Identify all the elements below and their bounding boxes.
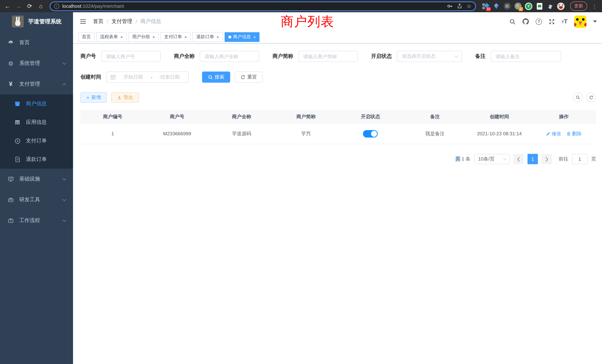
app-header: 首页 / 支付管理 / 商户信息 商户列表 ? (73, 12, 602, 31)
extension-recorder-icon[interactable]: 1 (514, 2, 522, 10)
update-button[interactable]: 更新 (570, 1, 587, 11)
delete-link[interactable]: 删除 (566, 130, 582, 137)
sidebar-item-devtools[interactable]: 研发工具 (0, 189, 73, 210)
edit-link[interactable]: 修改 (546, 130, 561, 137)
share-icon[interactable] (457, 3, 462, 9)
back-icon[interactable]: ← (3, 2, 12, 11)
page-size-select[interactable]: 10条/页 (474, 154, 510, 164)
font-size-icon[interactable]: TT (562, 18, 568, 25)
goto-page-input[interactable] (572, 154, 588, 164)
status-label: 开启状态 (371, 53, 392, 60)
add-button[interactable]: + 新增 (80, 92, 107, 103)
sidebar-item-merchant-info[interactable]: 商户信息 (0, 95, 73, 113)
key-icon[interactable] (447, 3, 452, 9)
chevron-down-icon (63, 197, 66, 201)
start-date-placeholder: 开始日期 (119, 74, 148, 80)
tab-close-icon[interactable]: × (152, 35, 155, 39)
browser-profile-avatar[interactable] (557, 2, 565, 10)
export-button[interactable]: 导出 (111, 92, 139, 103)
prev-page-button[interactable]: ❮ (513, 154, 524, 164)
cell-merchant-short: 芋艿 (274, 130, 338, 137)
extension-badge: 1 (519, 7, 523, 11)
tab-home[interactable]: 首页 (78, 32, 95, 42)
sidebar-item-system[interactable]: ⚙ 系统管理 (0, 53, 73, 74)
refresh-table-button[interactable] (586, 93, 596, 102)
create-time-range-picker[interactable]: 开始日期 - 结束日期 (106, 72, 189, 83)
forward-icon[interactable]: → (14, 2, 23, 11)
remark-input[interactable] (491, 51, 561, 62)
toggle-search-button[interactable] (573, 93, 583, 102)
fullscreen-icon[interactable] (549, 18, 555, 25)
tab-close-icon[interactable]: × (217, 35, 219, 39)
tab-refund-order[interactable]: 退款订单× (193, 32, 223, 42)
site-info-icon[interactable]: i (54, 3, 59, 9)
browser-menu-icon[interactable]: ⋮ (591, 3, 599, 9)
merchant-short-input[interactable] (298, 51, 358, 62)
chevron-down-icon (63, 177, 66, 180)
bookmark-star-icon[interactable]: ☆ (466, 3, 472, 10)
sidebar-item-workflow[interactable]: 工作流程 (0, 210, 73, 231)
extension-kite-icon[interactable] (493, 2, 500, 10)
home-icon[interactable]: ⌂ (36, 2, 45, 11)
status-select[interactable]: 请选择开启状态 (397, 51, 462, 62)
extension-tango-icon[interactable]: 10 (482, 2, 489, 10)
breadcrumb-pay[interactable]: 支付管理 (112, 18, 132, 25)
tab-merchant-info[interactable]: 商户信息× (225, 32, 260, 42)
sidebar-item-pay-order[interactable]: ¥ 支付订单 (0, 132, 73, 150)
cell-merchant-id: 1 (80, 131, 145, 136)
search-icon[interactable] (509, 18, 516, 25)
col-header-merchant-no: 商户号 (145, 113, 209, 120)
cell-merchant-name: 芋道源码 (209, 130, 274, 137)
extension-y-icon[interactable]: Y (525, 2, 532, 10)
tab-process-form[interactable]: 流程表单× (96, 32, 127, 42)
sidebar-item-infra[interactable]: 基础设施 (0, 169, 73, 189)
page-number-1[interactable]: 1 (527, 154, 538, 164)
chevron-up-icon (63, 83, 66, 87)
github-icon[interactable] (522, 18, 529, 25)
create-time-label: 创建时间 (80, 74, 101, 80)
reload-icon[interactable]: ⟳ (25, 2, 34, 11)
tab-user-group[interactable]: 用户分组× (129, 32, 159, 42)
extension-command-icon[interactable]: ⌘ (503, 2, 511, 10)
collapse-sidebar-icon[interactable] (80, 19, 86, 24)
refresh-icon (241, 75, 245, 79)
app-logo[interactable]: 芋道管理系统 (0, 12, 73, 31)
select-chevron-icon (455, 54, 458, 58)
tab-close-icon[interactable]: × (185, 35, 187, 39)
avatar-caret-icon[interactable] (593, 20, 597, 23)
col-header-merchant-id: 商户编号 (80, 113, 145, 120)
merchant-name-input[interactable] (200, 51, 259, 62)
sidebar-item-refund-order[interactable]: 退款订单 (0, 150, 73, 169)
address-bar[interactable]: i localhost:1024/pay/merchant ☆ (50, 1, 476, 11)
sidebar-item-home[interactable]: 首页 (0, 32, 73, 53)
user-avatar[interactable] (574, 15, 586, 28)
tab-close-icon[interactable]: × (254, 35, 256, 39)
merchant-short-label: 商户简称 (272, 53, 293, 60)
table-toolbar: + 新增 导出 (80, 92, 596, 103)
extensions-puzzle-icon[interactable] (546, 2, 554, 10)
sidebar-item-app-info[interactable]: 应用信息 (0, 113, 73, 132)
chevron-down-icon (63, 61, 66, 65)
active-tab-dot (228, 35, 231, 38)
annotation-merchant-list: 商户列表 (281, 13, 334, 30)
breadcrumb-home[interactable]: 首页 (93, 18, 103, 25)
tags-view-bar: 首页 流程表单× 用户分组× 支付订单× 退款订单× 商户信息× (73, 31, 602, 43)
dashboard-icon (7, 40, 14, 46)
cell-merchant-no: M233666999 (145, 131, 209, 136)
briefcase-icon (7, 218, 14, 224)
search-button[interactable]: 搜索 (202, 72, 230, 83)
merchant-no-label: 商户号 (80, 53, 96, 60)
total-text: 共 1 条 (455, 156, 470, 162)
sidebar-item-pay[interactable]: ¥ 支付管理 (0, 74, 73, 95)
extension-hangouts-icon[interactable] (536, 2, 543, 10)
toolbox-icon (7, 197, 14, 203)
next-page-button[interactable]: ❯ (542, 154, 552, 164)
goto-suffix: 页 (591, 156, 596, 162)
calendar-icon (110, 75, 116, 80)
reset-button[interactable]: 重置 (235, 72, 263, 83)
help-icon[interactable]: ? (536, 18, 542, 25)
tab-close-icon[interactable]: × (120, 35, 123, 39)
tab-pay-order[interactable]: 支付订单× (161, 32, 191, 42)
status-toggle[interactable] (363, 130, 378, 137)
merchant-no-input[interactable] (101, 51, 161, 62)
